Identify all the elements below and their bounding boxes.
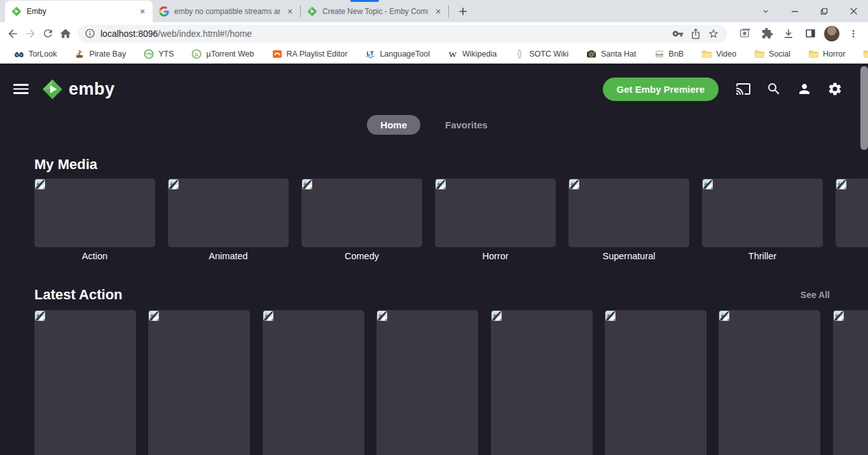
latest-action-poster-6[interactable]	[605, 310, 706, 455]
extensions-area	[734, 25, 864, 43]
tab-attention-bar	[350, 0, 379, 2]
latest-action-poster-2[interactable]	[148, 310, 250, 455]
my-media-item-action: Action	[34, 179, 155, 262]
bookmark-languagetool[interactable]: LTLanguageTool	[359, 47, 436, 61]
broken-image-icon	[169, 179, 179, 189]
latest-action-title: Latest Action	[34, 286, 123, 303]
minimize-button[interactable]	[780, 0, 809, 22]
media-card-label: Supernatural	[568, 251, 689, 262]
tab-close-button[interactable]: ✕	[137, 6, 148, 17]
profile-avatar[interactable]	[823, 25, 840, 42]
emby-favicon	[307, 6, 317, 17]
bookmark-yts[interactable]: YTSYTS	[137, 47, 180, 61]
latest-action-poster-8[interactable]	[833, 310, 868, 455]
bookmark-torlook[interactable]: TorLook	[8, 47, 63, 61]
tab-favorites[interactable]: Favorites	[432, 115, 501, 135]
broken-image-icon	[35, 311, 45, 321]
back-button[interactable]	[5, 25, 20, 43]
kebab-menu-icon	[848, 28, 859, 39]
close-window-button[interactable]	[839, 0, 868, 22]
side-panel-button[interactable]	[801, 25, 819, 43]
tab-home[interactable]: Home	[367, 115, 420, 135]
reload-button[interactable]	[41, 25, 56, 43]
tab-separator	[448, 5, 449, 18]
latest-action-poster-5[interactable]	[491, 310, 593, 455]
latest-action-header: Latest Action See All	[34, 286, 834, 303]
bookmark-horror[interactable]: Horror	[802, 47, 851, 61]
bookmark-santa-hat[interactable]: Santa Hat	[580, 47, 643, 61]
forward-button[interactable]	[23, 25, 38, 43]
bookmark-video[interactable]: Video	[695, 47, 743, 61]
url-text: localhost:8096/web/index.html#!/home	[100, 29, 667, 39]
new-tab-button[interactable]	[454, 3, 472, 20]
see-all-link[interactable]: See All	[801, 290, 830, 300]
settings-button[interactable]	[827, 81, 843, 97]
tab-title: Create New Topic - Emby Commu	[322, 7, 428, 16]
latest-action-poster-3[interactable]	[263, 310, 364, 455]
bookmark-label: Pirate Bay	[89, 50, 126, 58]
cast-button[interactable]	[736, 81, 751, 97]
tab-close-button[interactable]: ✕	[285, 6, 295, 17]
tab-close-button[interactable]: ✕	[433, 6, 443, 17]
my-media-item-comedy: Comedy	[301, 179, 422, 262]
bookmark-label: Wikipedia	[462, 50, 497, 58]
my-media-item-horror: Horror	[435, 179, 556, 262]
media-card[interactable]	[568, 179, 689, 247]
latest-action-poster-1[interactable]	[34, 310, 136, 455]
page-scrollbar-thumb[interactable]	[860, 66, 868, 150]
browser-menu-button[interactable]	[844, 25, 862, 43]
tab-search-button[interactable]	[751, 0, 780, 22]
home-button[interactable]	[58, 25, 73, 43]
media-card[interactable]	[34, 179, 155, 247]
page-info-icon[interactable]	[85, 28, 95, 39]
download-icon	[782, 27, 795, 40]
browser-tab-1[interactable]: Emby✕	[5, 1, 153, 22]
menu-button[interactable]	[13, 81, 29, 97]
browser-tab-2[interactable]: emby no compatible streams are✕	[153, 1, 300, 22]
saved-passwords-button[interactable]	[671, 27, 685, 41]
emby-page: emby Get Emby Premiere Home Favorites My…	[0, 64, 868, 455]
share-icon	[690, 28, 701, 39]
share-button[interactable]	[689, 27, 703, 41]
browser-tab-3[interactable]: Create New Topic - Emby Commu✕	[301, 1, 448, 22]
media-card[interactable]	[702, 179, 823, 247]
emby-logo[interactable]: emby	[42, 79, 115, 100]
bookmark-bnb[interactable]: BnBBnB	[648, 47, 691, 61]
bookmark-label: SOTC Wiki	[529, 50, 568, 58]
home-nav-tabs: Home Favorites	[0, 114, 868, 135]
extension-shortcut-button[interactable]	[736, 25, 754, 43]
bookmark-sotc-wiki[interactable]: SOTC Wiki	[508, 47, 575, 61]
languagetool-icon: LT	[365, 49, 375, 59]
search-button[interactable]	[766, 81, 782, 97]
bookmark-this-tab-button[interactable]	[706, 27, 720, 41]
latest-action-poster-4[interactable]	[376, 310, 478, 455]
camera-icon	[586, 49, 596, 59]
bookmark-label: RA Playlist Editor	[287, 50, 348, 58]
address-bar[interactable]: localhost:8096/web/index.html#!/home	[78, 25, 727, 43]
latest-action-poster-7[interactable]	[719, 310, 820, 455]
broken-image-icon	[35, 179, 45, 189]
bookmark-pirate-bay[interactable]: Pirate Bay	[68, 47, 132, 61]
restore-button[interactable]	[809, 0, 839, 22]
bookmark--torrent-web[interactable]: µµTorrent Web	[185, 47, 260, 61]
media-card[interactable]	[168, 179, 289, 247]
wikipedia-icon: W	[448, 49, 458, 59]
bookmark-label: Horror	[823, 50, 845, 58]
downloads-button[interactable]	[780, 25, 797, 43]
get-emby-premiere-button[interactable]: Get Emby Premiere	[603, 78, 719, 101]
user-button[interactable]	[797, 81, 812, 97]
svg-text:BnB: BnB	[655, 52, 663, 57]
close-icon	[850, 7, 858, 15]
bookmark-payments[interactable]: Payments	[857, 47, 868, 61]
media-card[interactable]	[836, 179, 868, 247]
bookmark-ra-playlist-editor[interactable]: RA Playlist Editor	[266, 47, 354, 61]
media-card[interactable]	[301, 179, 422, 247]
extensions-menu-button[interactable]	[758, 25, 776, 43]
browser-tab-strip: Emby✕emby no compatible streams are✕Crea…	[0, 0, 868, 22]
emby-logo-icon	[42, 79, 63, 100]
media-card[interactable]	[435, 179, 556, 247]
broken-image-icon	[149, 311, 159, 321]
bookmark-social[interactable]: Social	[748, 47, 797, 61]
bookmark-wikipedia[interactable]: WWikipedia	[441, 47, 503, 61]
folder-icon	[863, 49, 868, 59]
